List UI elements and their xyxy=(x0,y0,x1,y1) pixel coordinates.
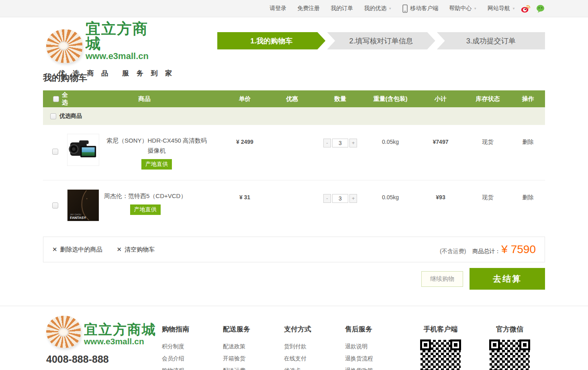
footer-link[interactable]: 优选卡 xyxy=(284,364,345,370)
footer-column-title: 售后服务 xyxy=(345,325,406,334)
footer-logo[interactable]: 宜立方商城 www.e3mall.cn xyxy=(46,316,162,348)
col-stock: 库存状态 xyxy=(465,95,511,103)
chevron-down-icon: ▼ xyxy=(388,7,392,10)
chevron-down-icon: ▼ xyxy=(474,7,477,10)
qty-decrease-button[interactable]: - xyxy=(323,194,331,203)
svg-text:FANTASY: FANTASY xyxy=(70,216,86,220)
footer-link[interactable]: 在线支付 xyxy=(284,352,345,364)
shipping-note: (不含运费) xyxy=(440,248,466,255)
close-icon: ✕ xyxy=(52,246,57,253)
footer-column-title: 支付方式 xyxy=(284,325,345,334)
select-all-checkbox[interactable] xyxy=(53,96,59,102)
clear-cart-link[interactable]: ✕ 清空购物车 xyxy=(117,246,155,253)
step-my-cart: 1.我的购物车 xyxy=(217,32,325,49)
logo-url: www.e3mall.cn xyxy=(84,336,156,346)
footer-column-delivery-service: 配送服务 配送政策 开箱验货 配送运费 配送范围 xyxy=(223,316,284,370)
site-header: 宜立方商城 www.e3mall.cn 优 选 商 品服 务 到 家 1.我的购… xyxy=(0,17,588,66)
logo-title: 宜立方商城 xyxy=(84,323,156,336)
svg-text:JAY CHOU: JAY CHOU xyxy=(70,213,81,216)
topbar-register-link[interactable]: 免费注册 xyxy=(297,5,320,12)
nautilus-shell-logo-image xyxy=(46,29,82,63)
item-delete-link[interactable]: 删除 xyxy=(511,189,545,201)
product-title[interactable]: 索尼（SONY）HDR-CX450 高清数码摄像机 xyxy=(104,135,209,155)
total-label: 商品总计： xyxy=(472,248,500,255)
col-action: 操作 xyxy=(511,95,545,103)
item-checkbox[interactable] xyxy=(52,149,58,155)
origin-badge: 产地直供 xyxy=(130,204,161,215)
footer-link[interactable]: 货到付款 xyxy=(284,340,345,352)
item-stock-status: 现货 xyxy=(465,189,511,201)
qty-increase-button[interactable]: + xyxy=(349,139,357,147)
item-subtotal: ¥93 xyxy=(416,189,465,200)
cart-group-row: 优选商品 xyxy=(43,107,545,125)
item-delete-link[interactable]: 删除 xyxy=(511,134,545,146)
checkout-button[interactable]: 去结算 xyxy=(470,268,545,290)
product-image-album[interactable]: JAY CHOU FANTASY xyxy=(67,189,99,221)
topbar-mobile-client-link[interactable]: 移动客户端 xyxy=(410,5,438,12)
col-subtotal: 小计 xyxy=(416,95,465,103)
app-qr-code-image xyxy=(420,339,461,370)
col-product: 商品 xyxy=(67,95,222,103)
footer-column-after-sales: 售后服务 退款说明 退换货流程 退换货政策 隐私条款 xyxy=(345,316,406,370)
topbar: 请登录 免费注册 我的订单 我的优选▼ 移动客户端 帮助中心▼ 网站导航▼ xyxy=(0,0,588,17)
item-unit-price: ¥ 31 xyxy=(222,189,268,200)
quantity-stepper: - + xyxy=(323,194,357,203)
weibo-icon[interactable] xyxy=(521,4,530,13)
item-weight: 0.05kg xyxy=(364,189,416,200)
total-value: ¥ 7590 xyxy=(501,243,536,256)
footer-link[interactable]: 退换货政策 xyxy=(345,364,406,370)
cart-main: 我的购物车 全选 商品 单价 优惠 数量 重量(含包装) 小计 库存状态 操作 … xyxy=(43,66,545,290)
wechat-icon[interactable] xyxy=(536,4,545,13)
wechat-qr-title: 官方微信 xyxy=(475,325,544,334)
qty-decrease-button[interactable]: - xyxy=(323,139,331,147)
item-discount xyxy=(268,134,316,139)
col-weight: 重量(含包装) xyxy=(364,95,416,103)
logo-slogan: 优 选 商 品服 务 到 家 xyxy=(46,69,163,78)
footer-link[interactable]: 配送政策 xyxy=(223,340,284,352)
footer-link[interactable]: 开箱验货 xyxy=(223,352,284,364)
col-quantity: 数量 xyxy=(316,95,364,103)
logo-url: www.e3mall.cn xyxy=(86,51,163,61)
group-label: 优选商品 xyxy=(59,112,82,120)
item-unit-price: ¥ 2499 xyxy=(222,134,268,145)
qty-input[interactable] xyxy=(332,139,348,147)
footer-app-qr-section: 手机客户端 xyxy=(406,316,475,370)
topbar-login-link[interactable]: 请登录 xyxy=(270,5,286,12)
qty-input[interactable] xyxy=(332,194,348,203)
topbar-help-center-link[interactable]: 帮助中心▼ xyxy=(449,5,477,12)
topbar-my-picks-link[interactable]: 我的优选▼ xyxy=(364,5,392,12)
product-image-camcorder[interactable] xyxy=(67,134,99,166)
step-submit-success: 3.成功提交订单 xyxy=(437,32,545,49)
cart-table-header: 全选 商品 单价 优惠 数量 重量(含包装) 小计 库存状态 操作 xyxy=(43,90,545,107)
close-icon: ✕ xyxy=(117,246,122,253)
footer-column-title: 配送服务 xyxy=(223,325,284,334)
cart-actions: 继续购物 去结算 xyxy=(43,268,545,290)
product-title[interactable]: 周杰伦：范特西5（CD+VCD） xyxy=(104,191,186,201)
footer-link[interactable]: 退款说明 xyxy=(345,340,406,352)
col-unit-price: 单价 xyxy=(222,95,268,103)
topbar-site-nav-link[interactable]: 网站导航▼ xyxy=(488,5,515,12)
quantity-stepper: - + xyxy=(323,139,357,147)
continue-shopping-button[interactable]: 继续购物 xyxy=(421,271,463,287)
cart-item-row: JAY CHOU FANTASY 周杰伦：范特西5（CD+VCD） 产地直供 ¥… xyxy=(43,180,545,232)
delete-selected-link[interactable]: ✕ 删除选中的商品 xyxy=(52,246,102,253)
app-qr-title: 手机客户端 xyxy=(406,325,475,334)
group-checkbox[interactable] xyxy=(50,113,56,119)
footer-link[interactable]: 配送运费 xyxy=(223,364,284,370)
site-logo[interactable]: 宜立方商城 www.e3mall.cn 优 选 商 品服 务 到 家 xyxy=(43,17,163,78)
step-order-info: 2.填写核对订单信息 xyxy=(327,32,435,49)
qty-increase-button[interactable]: + xyxy=(349,194,357,203)
item-weight: 0.05kg xyxy=(364,134,416,145)
footer-link[interactable]: 退换货流程 xyxy=(345,352,406,364)
footer-link[interactable]: 积分制度 xyxy=(162,340,223,352)
topbar-my-orders-link[interactable]: 我的订单 xyxy=(331,5,353,12)
footer-link[interactable]: 购物流程 xyxy=(162,364,223,370)
logo-title: 宜立方商城 xyxy=(86,21,163,51)
footer-link[interactable]: 会员介绍 xyxy=(162,352,223,364)
footer-phone-number: 4008-888-888 xyxy=(46,354,162,365)
footer-column-payment-methods: 支付方式 货到付款 在线支付 优选卡 发票制度 xyxy=(284,316,345,370)
mobile-phone-icon xyxy=(402,4,408,13)
item-checkbox[interactable] xyxy=(52,202,58,209)
col-discount: 优惠 xyxy=(268,95,316,103)
footer: 宜立方商城 www.e3mall.cn 4008-888-888 周一至周日8:… xyxy=(0,306,588,370)
